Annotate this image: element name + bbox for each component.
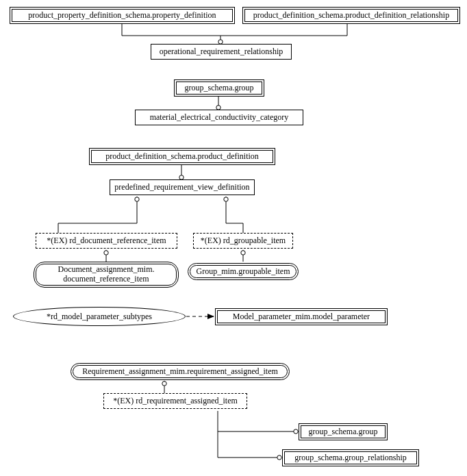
entity-group-schema-group: group_schema.group — [174, 79, 264, 97]
entity-label: Document_assignment_mim. document_refere… — [36, 264, 177, 286]
entity-group-schema-group-2: group_schema.group — [299, 423, 388, 440]
entity-label: *(EX) rd_requirement_assigned_item — [113, 396, 238, 405]
entity-label: group_schema.group — [176, 82, 262, 95]
type-groupable-item: Group_mim.groupable_item — [188, 263, 299, 280]
svg-point-6 — [104, 251, 108, 255]
entity-material-electrical-conductivity-category: material_electrical_conductivity_categor… — [135, 110, 303, 125]
select-rd-requirement-assigned-item: *(EX) rd_requirement_assigned_item — [103, 393, 247, 409]
entity-label: predefined_requirement_view_definition — [114, 182, 249, 192]
entity-label: material_electrical_conductivity_categor… — [150, 112, 289, 122]
entity-label: Group_mim.groupable_item — [190, 265, 296, 278]
select-rd-groupable-item: *(EX) rd_groupable_item — [193, 233, 293, 249]
entity-label: Model_parameter_mim.model_parameter — [217, 310, 386, 323]
entity-label: *(EX) rd_document_reference_item — [47, 236, 166, 245]
entity-label: product_property_definition_schema.prope… — [12, 9, 233, 22]
entity-label: product_definition_schema.product_defini… — [244, 9, 458, 22]
svg-point-10 — [277, 455, 281, 460]
entity-product-definition-relationship: product_definition_schema.product_defini… — [242, 7, 460, 24]
svg-point-7 — [241, 251, 245, 255]
select-rd-document-reference-item: *(EX) rd_document_reference_item — [36, 233, 177, 249]
entity-label: *rd_model_parameter_subtypes — [47, 312, 152, 322]
svg-point-5 — [224, 197, 228, 201]
type-requirement-assigned-item: Requirement_assignment_mim.requirement_a… — [71, 363, 290, 380]
entity-operational-requirement-relationship: operational_requirement_relationship — [151, 44, 292, 60]
entity-model-parameter: Model_parameter_mim.model_parameter — [215, 308, 388, 325]
entity-label: group_schema.group_relationship — [284, 451, 417, 464]
svg-point-9 — [294, 429, 298, 434]
entity-label: group_schema.group — [301, 425, 386, 438]
entity-product-definition: product_definition_schema.product_defini… — [89, 148, 275, 165]
expressg-diagram: product_property_definition_schema.prope… — [0, 0, 467, 476]
type-document-reference-item: Document_assignment_mim. document_refere… — [34, 262, 179, 288]
entity-group-relationship: group_schema.group_relationship — [282, 449, 419, 466]
entity-label: operational_requirement_relationship — [160, 47, 283, 56]
rule-rd-model-parameter-subtypes: *rd_model_parameter_subtypes — [13, 307, 186, 326]
svg-point-8 — [162, 381, 166, 386]
svg-point-4 — [135, 197, 139, 201]
entity-property-definition: product_property_definition_schema.prope… — [10, 7, 235, 24]
entity-label: *(EX) rd_groupable_item — [201, 236, 286, 245]
entity-label: Requirement_assignment_mim.requirement_a… — [73, 365, 288, 378]
entity-predefined-requirement-view-definition: predefined_requirement_view_definition — [110, 179, 255, 195]
entity-label: product_definition_schema.product_defini… — [91, 150, 273, 163]
